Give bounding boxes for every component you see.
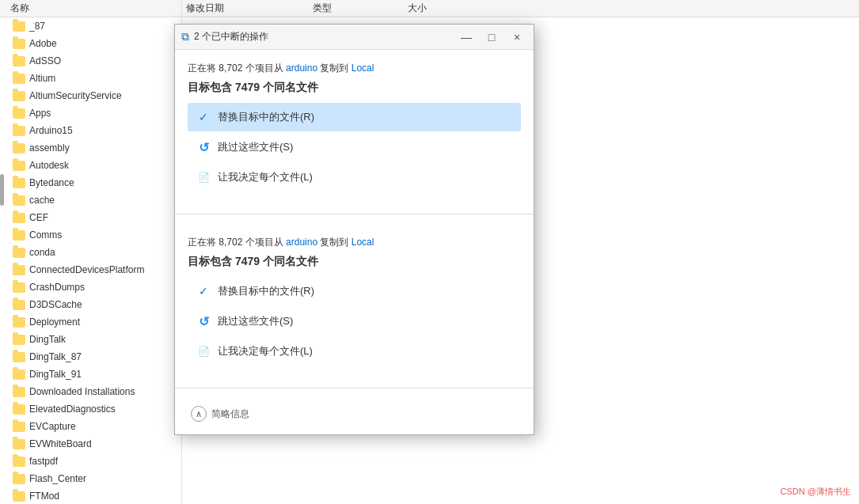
option-decide-2[interactable]: 📄 让我决定每个文件(L) [188,337,521,366]
list-item[interactable]: AltiumSecurityService [0,87,182,104]
list-item[interactable]: CEF [0,209,182,226]
file-name: ConnectedDevicesPlatform [29,264,144,275]
list-item[interactable]: D3DSCache [0,296,182,313]
arduino-link-1[interactable]: arduino [286,63,317,74]
option-replace-2[interactable]: ✓ 替换目标中的文件(R) [188,277,521,305]
file-name: Altium [29,73,55,84]
folder-icon [13,108,25,119]
list-item[interactable]: fastpdf [0,453,182,470]
file-name: Adobe [29,38,57,49]
option-decide-1[interactable]: 📄 让我决定每个文件(L) [188,163,521,191]
folder-icon [13,195,25,206]
list-item[interactable]: DingTalk_87 [0,348,182,366]
folder-icon [13,265,25,275]
folder-icon [13,126,25,136]
list-item[interactable]: DingTalk [0,331,182,348]
list-item[interactable]: AdSSO [0,52,182,70]
copy-dialog: ⧉ 2 个已中断的操作 — □ × 正在将 8,702 个项目从 arduino… [174,24,534,435]
folder-icon [13,317,25,328]
folder-icon [13,213,25,223]
list-item[interactable]: Comms [0,226,182,244]
refresh-icon: ↺ [196,139,211,155]
list-item[interactable]: EVCapture [0,418,182,435]
file-name: _87 [29,21,45,32]
list-item[interactable]: DingTalk_91 [0,366,182,383]
list-item[interactable]: Deployment [0,313,182,331]
copy-info-2: 正在将 8,702 个项目从 arduino 复制到 Local [188,235,521,250]
file-name: Bytedance [29,177,74,188]
option-skip-1[interactable]: ↺ 跳过这些文件(S) [188,133,521,161]
folder-icon [13,457,25,467]
list-item[interactable]: conda [0,244,182,261]
list-item[interactable]: Arduino15 [0,122,182,139]
document-icon: 📄 [196,169,211,185]
list-item[interactable]: Apps [0,104,182,122]
folder-icon [13,74,25,84]
folder-icon [13,474,25,484]
column-headers: 名称 修改日期 类型 大小 [0,0,859,17]
option-label: 替换目标中的文件(R) [218,110,314,124]
file-name: conda [29,247,55,258]
dialog-section2: 正在将 8,702 个项目从 arduino 复制到 Local 目标包含 74… [175,224,534,378]
file-name: Comms [29,229,62,241]
folder-icon [13,161,25,171]
list-item[interactable]: Downloaded Installations [0,383,182,400]
dialog-titlebar: ⧉ 2 个已中断的操作 — □ × [175,25,534,50]
bottom-divider [175,388,534,388]
folder-icon [13,21,25,32]
file-name: CEF [29,212,48,223]
folder-icon [13,404,25,415]
maximize-button[interactable]: □ [481,29,502,45]
list-item[interactable]: Flash_Center [0,470,182,487]
list-item[interactable]: ConnectedDevicesPlatform [0,261,182,279]
summary-bar[interactable]: ∧ 简略信息 [188,401,521,426]
watermark: CSDN @薄情书生 [781,486,851,498]
list-item[interactable]: CrashDumps [0,279,182,296]
file-name: Apps [29,108,51,119]
list-item[interactable]: Altium [0,70,182,87]
option-skip-2[interactable]: ↺ 跳过这些文件(S) [188,307,521,335]
file-name: Flash_Center [29,473,86,484]
file-name: DingTalk [29,334,66,345]
list-item[interactable]: _87 [0,17,182,35]
option-replace-1[interactable]: ✓ 替换目标中的文件(R) [188,103,521,131]
file-name: ElevatedDiagnostics [29,404,116,415]
folder-icon [13,56,25,66]
check-icon: ✓ [196,109,211,125]
list-item[interactable]: ElevatedDiagnostics [0,400,182,418]
folder-icon [13,369,25,380]
file-name: Arduino15 [29,125,73,136]
file-name: D3DSCache [29,299,82,310]
col-header-name: 名称 [4,2,186,15]
option-label: 替换目标中的文件(R) [218,284,314,298]
col-header-date: 修改日期 [186,2,313,15]
close-button[interactable]: × [507,29,527,45]
list-item[interactable]: Adobe [0,35,182,52]
folder-icon [13,39,25,49]
list-item[interactable]: assembly [0,139,182,157]
arduino-link-2[interactable]: arduino [286,237,317,248]
check-icon-2: ✓ [196,283,211,299]
file-name: assembly [29,142,70,153]
file-name: fastpdf [29,456,58,467]
file-name: Autodesk [29,160,69,171]
dialog-title: 2 个已中断的操作 [194,30,451,44]
folder-icon [13,387,25,397]
list-item[interactable]: Bytedance [0,174,182,191]
copy-status-1: 目标包含 7479 个同名文件 [188,81,521,95]
folder-icon [13,178,25,188]
folder-icon [13,300,25,310]
list-item[interactable]: Autodesk [0,157,182,174]
list-item[interactable]: cache [0,191,182,209]
local-link-2[interactable]: Local [352,237,374,248]
chevron-up-icon: ∧ [191,406,207,422]
file-name: EVCapture [29,421,76,432]
copy-status-2: 目标包含 7479 个同名文件 [188,255,521,269]
refresh-icon-2: ↺ [196,313,211,329]
list-item[interactable]: FTMod [0,487,182,504]
file-name: AdSSO [29,55,61,66]
folder-icon [13,335,25,345]
list-item[interactable]: EVWhiteBoard [0,435,182,453]
local-link-1[interactable]: Local [352,63,374,74]
minimize-button[interactable]: — [456,29,477,45]
